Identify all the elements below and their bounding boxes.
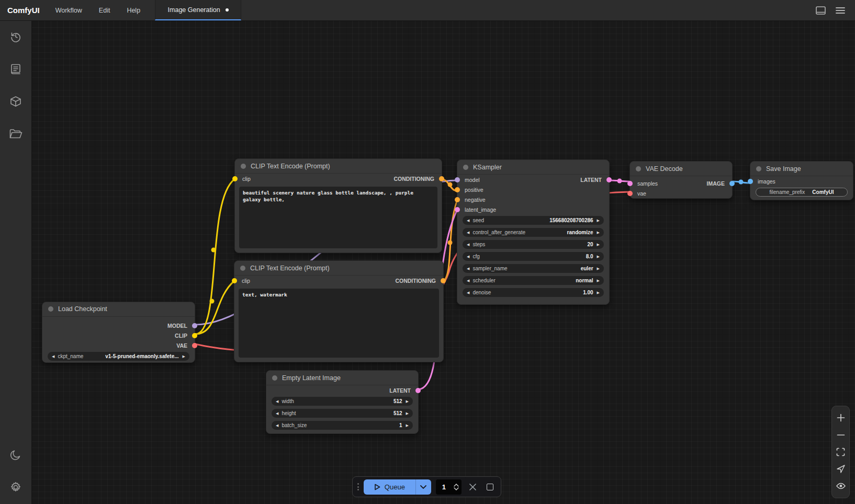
increment-arrow-icon[interactable]: ▶ <box>597 255 600 258</box>
increment-arrow-icon[interactable]: ▶ <box>597 231 600 234</box>
node-graph-canvas[interactable] <box>32 21 855 504</box>
zoom-in-icon[interactable] <box>835 411 847 424</box>
output-dot-image[interactable] <box>729 181 735 186</box>
increment-arrow-icon[interactable]: ▶ <box>183 354 185 358</box>
node-clip-text-encode-negative[interactable]: CLIP Text Encode (Prompt) clip CONDITION… <box>234 260 444 362</box>
queue-options-dropdown[interactable] <box>415 479 431 495</box>
prompt-textarea[interactable]: beautiful scenery nature glass bottle la… <box>239 187 437 248</box>
decrement-arrow-icon[interactable]: ◀ <box>467 291 469 294</box>
stepper-down-icon[interactable] <box>454 487 459 490</box>
node-header[interactable]: Load Checkpoint <box>42 302 195 317</box>
collapse-dot-icon[interactable] <box>272 375 277 381</box>
node-clip-text-encode-positive[interactable]: CLIP Text Encode (Prompt) clip CONDITION… <box>234 158 442 253</box>
input-dot-vae[interactable] <box>627 191 633 196</box>
node-empty-latent-image[interactable]: Empty Latent Image LATENT ◀ width 512 ▶ … <box>266 370 419 434</box>
queue-run-button[interactable]: Queue <box>364 479 431 495</box>
widget-control-after-generate[interactable]: ◀ control_after_generate randomize ▶ <box>463 228 604 237</box>
decrement-arrow-icon[interactable]: ◀ <box>467 267 469 270</box>
decrement-arrow-icon[interactable]: ◀ <box>467 255 469 258</box>
menu-help[interactable]: Help <box>118 0 149 20</box>
input-dot-clip[interactable] <box>232 176 238 181</box>
input-dot-images[interactable] <box>748 179 753 184</box>
increment-arrow-icon[interactable]: ▶ <box>597 279 600 282</box>
collapse-dot-icon[interactable] <box>636 166 641 171</box>
input-dot-clip[interactable] <box>232 278 237 283</box>
widget-ckpt-name[interactable]: ◀ ckpt_name v1-5-pruned-emaonly.safete..… <box>48 352 189 361</box>
decrement-arrow-icon[interactable]: ◀ <box>467 231 469 234</box>
collapse-dot-icon[interactable] <box>240 266 245 271</box>
node-vae-decode[interactable]: VAE Decode samples IMAGE vae <box>629 161 733 199</box>
input-dot-samples[interactable] <box>627 181 633 186</box>
increment-arrow-icon[interactable]: ▶ <box>597 243 600 246</box>
workflows-folder-icon[interactable] <box>4 122 27 145</box>
output-dot-vae[interactable] <box>192 343 197 348</box>
increment-arrow-icon[interactable]: ▶ <box>597 267 600 270</box>
tab-image-generation[interactable]: Image Generation <box>155 0 241 20</box>
output-dot-latent[interactable] <box>415 388 421 393</box>
node-header[interactable]: CLIP Text Encode (Prompt) <box>235 159 442 174</box>
widget-width[interactable]: ◀ width 512 ▶ <box>272 397 413 406</box>
widget-sampler-name[interactable]: ◀ sampler_name euler ▶ <box>463 264 604 273</box>
input-dot-model[interactable] <box>455 177 460 182</box>
stepper-up-icon[interactable] <box>454 484 459 487</box>
node-header[interactable]: KSampler <box>457 160 609 175</box>
menu-edit[interactable]: Edit <box>91 0 119 20</box>
node-library-icon[interactable] <box>4 58 27 81</box>
node-load-checkpoint[interactable]: Load Checkpoint MODEL CLIP VAE ◀ ckpt_na… <box>42 302 195 363</box>
settings-gear-icon[interactable] <box>4 476 27 499</box>
stop-icon[interactable] <box>483 480 496 493</box>
node-ksampler[interactable]: KSampler model LATENT positive negative … <box>457 159 610 305</box>
output-dot-conditioning[interactable] <box>441 278 446 283</box>
collapse-dot-icon[interactable] <box>241 164 246 169</box>
menu-workflow[interactable]: Workflow <box>47 0 91 20</box>
input-dot-latent-image[interactable] <box>455 207 460 212</box>
fit-view-icon[interactable] <box>835 445 847 458</box>
decrement-arrow-icon[interactable]: ◀ <box>276 411 278 415</box>
widget-scheduler[interactable]: ◀ scheduler normal ▶ <box>463 276 604 285</box>
widget-batch-size[interactable]: ◀ batch_size 1 ▶ <box>272 421 413 430</box>
widget-seed[interactable]: ◀ seed 156680208700286 ▶ <box>463 216 604 225</box>
templates-cube-icon[interactable] <box>4 90 27 113</box>
widget-steps[interactable]: ◀ steps 20 ▶ <box>463 240 604 249</box>
increment-arrow-icon[interactable]: ▶ <box>406 399 409 403</box>
drag-handle[interactable] <box>357 483 359 490</box>
node-header[interactable]: CLIP Text Encode (Prompt) <box>234 261 443 276</box>
widget-denoise[interactable]: ◀ denoise 1.00 ▶ <box>463 288 604 297</box>
widget-height[interactable]: ◀ height 512 ▶ <box>272 409 413 418</box>
batch-count-input[interactable]: 1 <box>436 479 462 495</box>
increment-arrow-icon[interactable]: ▶ <box>406 411 409 415</box>
output-dot-latent[interactable] <box>606 177 612 182</box>
node-header[interactable]: Empty Latent Image <box>266 371 418 385</box>
collapse-dot-icon[interactable] <box>756 166 761 171</box>
collapse-dot-icon[interactable] <box>463 165 468 170</box>
select-pointer-icon[interactable] <box>835 463 847 475</box>
node-header[interactable]: VAE Decode <box>630 162 732 176</box>
increment-arrow-icon[interactable]: ▶ <box>597 291 600 294</box>
input-dot-positive[interactable] <box>455 187 460 192</box>
decrement-arrow-icon[interactable]: ◀ <box>467 219 469 222</box>
decrement-arrow-icon[interactable]: ◀ <box>467 279 469 282</box>
bottom-panel-icon[interactable] <box>813 3 828 18</box>
hamburger-menu-icon[interactable] <box>833 3 848 18</box>
decrement-arrow-icon[interactable]: ◀ <box>52 354 54 358</box>
widget-cfg[interactable]: ◀ cfg 8.0 ▶ <box>463 252 604 261</box>
increment-arrow-icon[interactable]: ▶ <box>406 423 409 427</box>
widget-filename-prefix[interactable]: filename_prefix ComfyUI <box>756 188 848 197</box>
node-save-image[interactable]: Save Image images filename_prefix ComfyU… <box>750 161 853 200</box>
collapse-dot-icon[interactable] <box>48 306 53 312</box>
zoom-out-icon[interactable] <box>835 429 847 441</box>
history-icon[interactable] <box>4 25 27 48</box>
prompt-textarea[interactable]: text, watermark <box>239 289 439 358</box>
decrement-arrow-icon[interactable]: ◀ <box>467 243 469 246</box>
output-dot-conditioning[interactable] <box>439 176 444 181</box>
decrement-arrow-icon[interactable]: ◀ <box>276 399 278 403</box>
output-dot-clip[interactable] <box>192 333 197 338</box>
input-dot-negative[interactable] <box>455 197 460 202</box>
clear-queue-icon[interactable] <box>466 480 479 493</box>
toggle-visibility-eye-icon[interactable] <box>835 480 847 492</box>
node-header[interactable]: Save Image <box>750 162 853 176</box>
decrement-arrow-icon[interactable]: ◀ <box>276 423 278 427</box>
theme-moon-icon[interactable] <box>4 443 27 466</box>
output-dot-model[interactable] <box>192 323 197 328</box>
increment-arrow-icon[interactable]: ▶ <box>597 219 600 222</box>
